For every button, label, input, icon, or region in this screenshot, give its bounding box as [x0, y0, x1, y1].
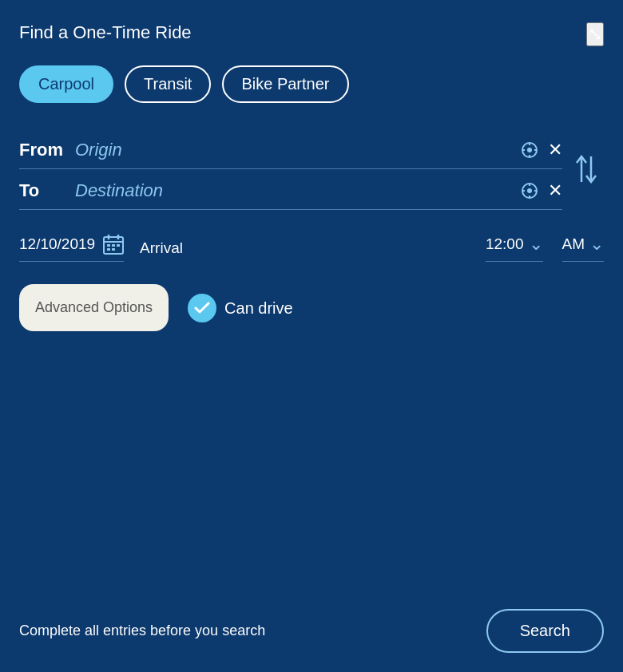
from-clear-button[interactable]: ✕ — [548, 140, 562, 160]
main-container: Find a One-Time Ride ⤡ Carpool Transit B… — [0, 0, 623, 672]
footer: Complete all entries before you search S… — [19, 601, 604, 653]
page-title: Find a One-Time Ride — [19, 22, 192, 43]
can-drive-toggle[interactable]: Can drive — [188, 294, 293, 322]
svg-rect-18 — [107, 244, 110, 247]
header: Find a One-Time Ride ⤡ — [19, 22, 604, 46]
to-row: To ✕ — [19, 169, 562, 210]
time-dropdown-button[interactable]: ⌄ — [529, 234, 543, 255]
advanced-options-button[interactable]: Advanced Options — [19, 284, 169, 331]
calendar-button[interactable] — [103, 234, 124, 255]
ampm-field: AM ⌄ — [562, 234, 605, 262]
from-icons: ✕ — [521, 140, 562, 160]
date-field: 12/10/2019 — [19, 234, 124, 262]
to-icons: ✕ — [521, 180, 562, 201]
ampm-value: AM — [562, 235, 585, 253]
to-locate-button[interactable] — [521, 182, 538, 200]
svg-rect-21 — [107, 248, 110, 251]
date-value: 12/10/2019 — [19, 235, 95, 253]
swap-button[interactable] — [562, 128, 604, 210]
svg-rect-22 — [112, 248, 115, 251]
from-row: From ✕ — [19, 128, 562, 169]
svg-rect-20 — [117, 244, 120, 247]
from-locate-button[interactable] — [521, 141, 538, 159]
tab-transit[interactable]: Transit — [125, 65, 211, 103]
options-section: Advanced Options Can drive — [19, 284, 604, 331]
tab-carpool[interactable]: Carpool — [19, 65, 113, 103]
to-label: To — [19, 180, 67, 201]
tab-bike[interactable]: Bike Partner — [222, 65, 348, 103]
time-value: 12:00 — [486, 235, 524, 253]
footer-message: Complete all entries before you search — [19, 623, 265, 639]
to-input[interactable] — [75, 180, 521, 201]
ampm-dropdown-button[interactable]: ⌄ — [589, 234, 604, 255]
svg-point-1 — [527, 148, 532, 152]
arrival-label: Arrival — [140, 239, 183, 257]
tabs-bar: Carpool Transit Bike Partner — [19, 65, 604, 103]
can-drive-label: Can drive — [224, 298, 293, 318]
datetime-section: 12/10/2019 Arrival 12:00 ⌄ — [19, 226, 604, 262]
from-input[interactable] — [75, 140, 521, 160]
time-field: 12:00 ⌄ — [486, 234, 543, 262]
from-label: From — [19, 140, 67, 160]
collapse-button[interactable]: ⤡ — [586, 22, 604, 46]
svg-rect-19 — [112, 244, 115, 247]
to-clear-button[interactable]: ✕ — [548, 180, 562, 201]
can-drive-checkbox[interactable] — [188, 294, 216, 322]
search-button[interactable]: Search — [486, 609, 604, 653]
svg-point-7 — [527, 188, 532, 193]
